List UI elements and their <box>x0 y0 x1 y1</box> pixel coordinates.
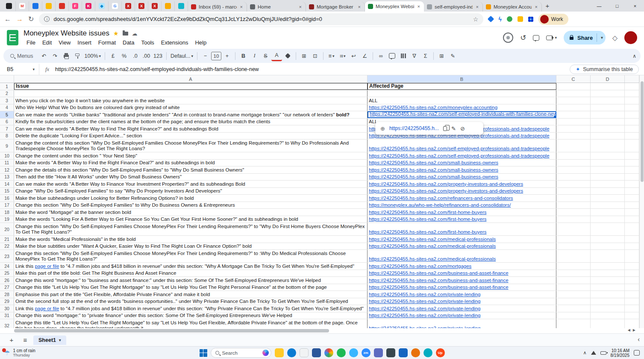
row-header[interactable]: 28 <box>0 291 14 298</box>
tray-overflow-icon[interactable]: ∧ <box>583 350 586 356</box>
issue-cell[interactable]: Make the blue subtitles under "Want A Qu… <box>14 243 368 250</box>
forward-icon[interactable]: → <box>16 15 23 23</box>
cell-e[interactable] <box>625 284 639 291</box>
issue-cell[interactable]: Change this section "Why Do Self-Employe… <box>14 223 368 235</box>
cell-d[interactable] <box>591 243 625 250</box>
pinned-tab[interactable]: X <box>148 1 162 11</box>
photos-app-icon[interactable] <box>399 348 408 357</box>
share-dropdown-icon[interactable]: ▾ <box>601 36 603 40</box>
battery-icon[interactable] <box>600 351 606 355</box>
name-box[interactable]: B5 ▾ <box>0 64 39 75</box>
side-panel-toggle-icon[interactable]: ‹ <box>638 336 640 343</box>
insert-table-icon[interactable]: ⊞ <box>436 51 447 61</box>
issue-cell[interactable]: Make the blue subheadings under Looking … <box>14 195 368 202</box>
cell-d[interactable] <box>591 160 625 166</box>
office-app-icon[interactable] <box>312 348 321 357</box>
edit-pen-icon[interactable]: ✎ <box>447 51 458 61</box>
italic-icon[interactable]: I <box>249 51 260 61</box>
affected-page-cell[interactable]: https://242250455.hs-sites-na2.com/money… <box>368 104 556 111</box>
row-header[interactable]: 16 <box>0 195 14 202</box>
tab-close-icon[interactable]: × <box>298 4 303 9</box>
pinned-tab[interactable]: K <box>82 1 95 11</box>
cell-d[interactable] <box>591 277 625 284</box>
spotify-icon[interactable] <box>337 348 346 357</box>
cell-e[interactable] <box>625 277 639 284</box>
cell-c[interactable] <box>556 312 591 319</box>
issue-cell[interactable]: When you click on the logo it won't take… <box>14 97 368 104</box>
issue-cell[interactable]: Link this page or file to "4.7 million j… <box>14 305 368 312</box>
document-title[interactable]: Moneyplex Website issues <box>24 29 109 38</box>
share-button[interactable]: Share ▾ <box>564 31 606 45</box>
cell-e[interactable] <box>625 223 639 235</box>
cell-d[interactable] <box>591 263 625 270</box>
row-header[interactable]: 19 <box>0 216 14 223</box>
cell-c[interactable] <box>556 223 591 235</box>
cell-c[interactable] <box>556 243 591 250</box>
extension-icon[interactable] <box>488 16 494 23</box>
comments-icon[interactable] <box>533 35 539 41</box>
cell-c[interactable] <box>556 133 591 139</box>
menu-insert[interactable]: Insert <box>74 39 94 46</box>
affected-page-cell[interactable]: https://242250455.hs-sites-na2.com/busin… <box>368 277 556 284</box>
cell-e[interactable] <box>625 119 639 125</box>
issue-cell[interactable]: Can we make the words "A Better Way to F… <box>14 125 368 132</box>
cell-c[interactable] <box>556 166 591 173</box>
issue-cell[interactable]: Change this title "Let Us Help You Get T… <box>14 284 368 291</box>
affected-page-cell[interactable]: https://242250455.hs-sites-na2.com/priva… <box>368 305 556 312</box>
cell-e[interactable] <box>625 83 639 90</box>
row-header[interactable]: 1 <box>0 83 14 90</box>
weather-widget[interactable]: ☂ 1 cm of rain Thursday <box>0 348 98 357</box>
cell-d[interactable] <box>591 223 625 235</box>
pinned-tab[interactable]: X <box>135 1 148 11</box>
camera-app-icon[interactable] <box>423 348 432 357</box>
vertical-align-icon[interactable]: ≡ ▾ <box>337 51 348 61</box>
pinned-tab[interactable]: X <box>122 1 135 11</box>
row-header[interactable]: 29 <box>0 298 14 305</box>
affected-page-cell[interactable]: https://242250455.hs-sites-na2.com/priva… <box>368 298 556 305</box>
cell-d[interactable] <box>591 319 625 328</box>
bookmark-icon[interactable]: ☆ <box>473 16 479 23</box>
menus-search[interactable]: Menus <box>8 53 38 59</box>
borders-icon[interactable]: ⊞ <box>299 51 309 61</box>
issue-cell[interactable]: Omit the second full stop at the end of … <box>14 298 368 305</box>
cell-d[interactable] <box>591 181 625 187</box>
browser-tab[interactable]: Home × <box>247 2 306 12</box>
browser-profile-chip[interactable]: Work <box>538 14 568 25</box>
zoom-select[interactable]: 100% ▾ <box>83 51 103 61</box>
cell-c[interactable] <box>556 152 591 159</box>
name-box-dropdown-icon[interactable]: ▾ <box>32 67 35 71</box>
cell-d[interactable] <box>591 236 625 243</box>
issue-cell[interactable]: Issue <box>14 83 368 90</box>
row-header[interactable]: 7 <box>0 125 14 132</box>
issue-cell[interactable]: Make the words "A Better Way to Find the… <box>14 160 368 166</box>
affected-page-cell[interactable]: https://242250455.hs-sites-na2.com/prope… <box>368 188 556 195</box>
affected-page-cell[interactable]: https://242250455.hs-sites-na2.com/prope… <box>368 181 556 187</box>
cell-d[interactable] <box>591 174 625 181</box>
formula-input[interactable]: https://242250455.hs-sites-na2.com/self-… <box>55 66 570 72</box>
browser-tab[interactable]: Inbox (59) - marcel... × <box>188 2 247 12</box>
cell-e[interactable] <box>625 97 639 104</box>
wifi-icon[interactable] <box>591 351 596 355</box>
issue-cell[interactable]: Make this part of the title bold: Get Th… <box>14 270 368 277</box>
cell-e[interactable] <box>625 188 639 195</box>
cloud-status-icon[interactable]: ☁ <box>132 30 138 37</box>
row-header[interactable]: 21 <box>0 236 14 243</box>
affected-page-cell[interactable]: https://242250455.hs-sites-na2.com/mortg… <box>368 263 556 270</box>
issue-cell[interactable]: Then add the title "How It All Works" un… <box>14 174 368 181</box>
cell-e[interactable] <box>625 195 639 202</box>
affected-page-cell[interactable]: ALL <box>368 97 556 104</box>
increase-decimal-icon[interactable]: .00 <box>141 51 152 61</box>
scroll-arrows[interactable]: ◀▶ <box>628 328 638 332</box>
row-header[interactable]: 17 <box>0 202 14 209</box>
terminal-app-icon[interactable] <box>386 348 395 357</box>
maximize-icon[interactable]: □ <box>608 0 626 12</box>
issue-cell[interactable]: Make the words "Medical Professionals" i… <box>14 236 368 243</box>
pinned-tab[interactable] <box>3 1 16 11</box>
cell-d[interactable] <box>591 298 625 305</box>
uipath-assistant-icon[interactable]: Up <box>436 348 445 357</box>
column-header-b[interactable]: B <box>368 75 556 83</box>
affected-page-cell[interactable]: https://242250455.hs-sites-na2.com/first… <box>368 216 556 223</box>
cell-e[interactable] <box>625 181 639 187</box>
affected-page-cell[interactable] <box>368 90 556 97</box>
redo-icon[interactable]: ↷ <box>50 51 61 61</box>
